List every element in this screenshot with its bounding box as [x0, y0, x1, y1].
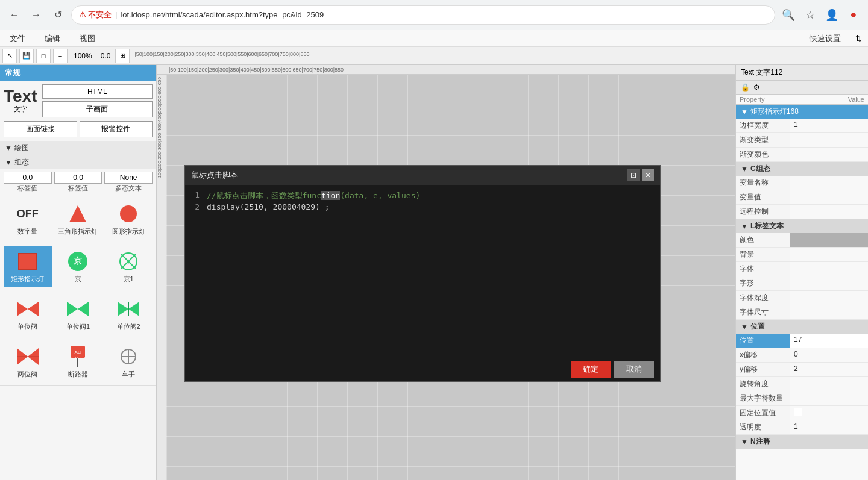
cancel-btn[interactable]: 取消 [614, 361, 654, 378]
dialog-close-btn[interactable]: ✕ [642, 169, 654, 181]
prop-border-width-value: 1 [790, 119, 868, 132]
rect-item-selected[interactable]: 矩形指示灯 [4, 246, 52, 287]
jing-icon: 京 [66, 249, 90, 273]
search-icon[interactable]: 🔍 [780, 7, 797, 23]
property-col-name: Property [736, 95, 769, 104]
code-comment-1: //鼠标点击脚本，函数类型function(data, e, values) [207, 190, 420, 201]
svg-marker-4 [17, 302, 28, 316]
jing1-item[interactable]: 京 京1 [104, 246, 153, 287]
off-icon: OFF [16, 202, 40, 226]
code-text-2: display(2510, 200004029) ; [207, 202, 330, 211]
prop-gradient-color: 渐变颜色 [736, 148, 868, 162]
ruler-top-bar: |50|100|150|200|250|300|350|400|450|500|… [134, 51, 866, 61]
save-tool[interactable]: 💾 [19, 49, 34, 63]
state-section-title[interactable]: ▼ 组态 [0, 155, 156, 169]
valve2-icon [66, 297, 90, 321]
valve1-label: 单位阀 [17, 322, 37, 331]
valve2-item[interactable]: 单位阀1 [54, 294, 102, 334]
prop-font-label: 字体 [736, 262, 790, 276]
prop-border-width: 边框宽度 1 [736, 119, 868, 133]
state-section: ▼ 组态 标签值 标签值 多态文本 [0, 155, 156, 386]
valve3-item[interactable]: 单位阀2 [104, 294, 153, 334]
two-valve-item[interactable]: 两位阀 [4, 341, 52, 382]
toolbar: ↖ 💾 □ − 100% 0.0 ⊞ |50|100|150|200|250|3… [0, 47, 868, 65]
minus-tool[interactable]: − [53, 49, 68, 63]
label-value-3: 多态文本 [104, 172, 153, 193]
label-text-1: 标签值 [17, 184, 37, 193]
security-warning: ⚠ 不安全 [79, 10, 112, 20]
menu-view[interactable]: 视图 [76, 32, 99, 45]
valve1-icon [16, 297, 40, 321]
prop-font: 字体 [736, 262, 868, 276]
svg-marker-6 [67, 302, 78, 316]
section-c[interactable]: ▼ C组态 [736, 162, 868, 176]
valve2-label: 单位阀1 [66, 322, 90, 331]
prop-fixed-pos-label: 固定位置值 [736, 406, 790, 420]
section-n[interactable]: ▼ N注释 [736, 435, 868, 449]
label-input-1[interactable] [4, 172, 52, 184]
prop-gradient-type: 渐变类型 [736, 133, 868, 148]
refresh-button[interactable]: ↺ [49, 7, 66, 23]
label-input-2[interactable] [54, 172, 102, 184]
prop-max-chars-label: 最大字符数量 [736, 391, 790, 405]
dialog-controls: ⊡ ✕ [627, 169, 654, 181]
forward-button[interactable]: → [28, 7, 45, 23]
value-row: 标签值 标签值 多态文本 [0, 169, 156, 195]
address-bar[interactable]: ⚠ 不安全 | iot.idosp.net/html/scada/editor.… [71, 5, 775, 25]
screen-link-btn[interactable]: 画面链接 [4, 121, 77, 137]
account-icon[interactable]: 👤 [823, 7, 840, 23]
label-value-2: 标签值 [54, 172, 102, 193]
fixed-pos-checkbox[interactable] [794, 408, 802, 416]
html-btn[interactable]: HTML [42, 84, 153, 99]
handcar-item[interactable]: 车手 [104, 341, 153, 382]
prop-max-chars-value [790, 391, 868, 405]
handcar-label: 车手 [122, 370, 135, 379]
section-pos-label: 位置 [750, 322, 765, 332]
prop-remote-ctrl-value [790, 205, 868, 219]
text-item[interactable]: Text 文字 [4, 88, 37, 114]
breaker-item[interactable]: AC DO 断路器 [54, 341, 102, 382]
prop-font-size: 字体尺寸 [736, 305, 868, 320]
jing-item[interactable]: 京 京 [54, 246, 102, 287]
line-number-2: 2 [190, 202, 200, 211]
rect-tool[interactable]: □ [36, 49, 51, 63]
bookmark-icon[interactable]: ☆ [802, 7, 819, 23]
section-pos[interactable]: ▼ 位置 [736, 320, 868, 334]
label-input-3[interactable] [104, 172, 153, 184]
main-layout: 常规 Text 文字 HTML 子画面 画面链接 报警控件 ▼ [0, 65, 868, 480]
sidebar-grid-1: OFF 数字量 三角形指示灯 圆形指示灯 [0, 195, 156, 243]
subscreen-btn[interactable]: 子画面 [42, 101, 153, 117]
confirm-btn[interactable]: 确定 [571, 361, 611, 378]
url-text: iot.idosp.net/html/scada/editor.aspx.htm… [121, 10, 767, 19]
triangle-item[interactable]: 三角形指示灯 [54, 199, 102, 239]
menu-edit[interactable]: 编辑 [41, 32, 64, 45]
notification-icon[interactable]: ● [845, 7, 862, 23]
alarm-control-btn[interactable]: 报警控件 [80, 121, 153, 137]
prop-font-style: 字形 [736, 276, 868, 291]
valve1-item[interactable]: 单位阀 [4, 294, 52, 334]
canvas-content[interactable]: 鼠标点击脚本 ⊡ ✕ 1 //鼠标点击脚本，函数类型function(data,… [166, 75, 735, 480]
cursor-tool[interactable]: ↖ [2, 49, 17, 63]
back-button[interactable]: ← [6, 7, 23, 23]
menu-file[interactable]: 文件 [6, 32, 29, 45]
circle-item[interactable]: 圆形指示灯 [104, 199, 153, 239]
quick-settings-expand[interactable]: ⇅ [855, 34, 862, 43]
sidebar-grid-4: 两位阀 AC DO 断路器 [0, 338, 156, 385]
prop-pos-highlighted: 位置 17 [736, 334, 868, 348]
prop-var-value: 变量值 [736, 190, 868, 205]
section-l[interactable]: ▼ L标签文本 [736, 219, 868, 233]
triangle-label: 三角形指示灯 [58, 227, 98, 236]
grid-tool[interactable]: ⊞ [115, 49, 130, 63]
digital-item[interactable]: OFF 数字量 [4, 199, 52, 239]
quick-settings[interactable]: 快速设置 [810, 33, 841, 44]
prop-font-style-label: 字形 [736, 276, 790, 290]
triangle-icon [66, 202, 90, 226]
prop-opacity-value: 1 [790, 420, 868, 434]
draw-section-title[interactable]: ▼ 绘图 [0, 141, 156, 155]
prop-remote-ctrl: 远程控制 [736, 205, 868, 219]
prop-y-offset-label: y偏移 [736, 363, 790, 376]
prop-x-offset-value: 0 [790, 348, 868, 362]
code-editor[interactable]: 1 //鼠标点击脚本，函数类型function(data, e, values)… [185, 185, 660, 357]
script-dialog[interactable]: 鼠标点击脚本 ⊡ ✕ 1 //鼠标点击脚本，函数类型function(data,… [184, 165, 661, 382]
dialog-minimize-btn[interactable]: ⊡ [627, 169, 640, 181]
